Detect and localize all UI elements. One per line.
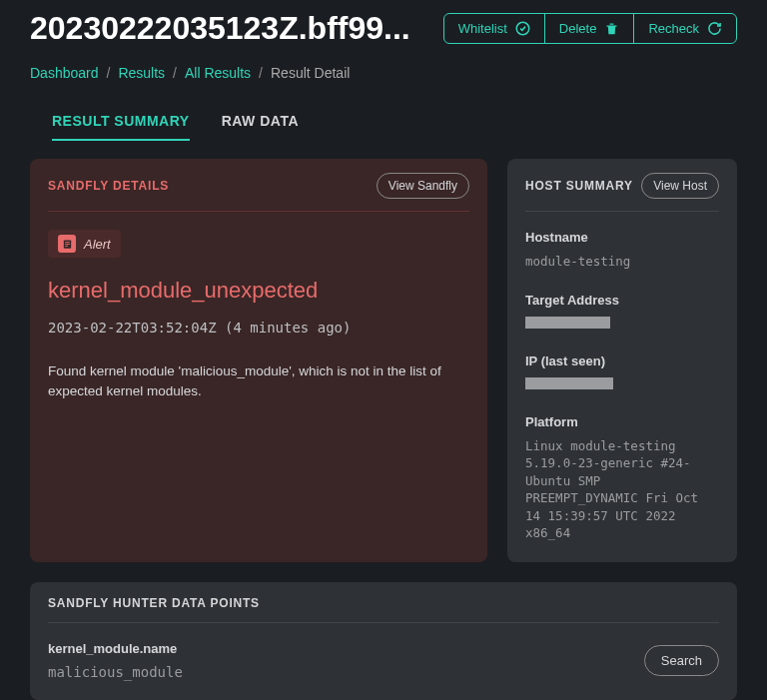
whitelist-label: Whitelist: [458, 21, 507, 36]
tabs: RESULT SUMMARY RAW DATA: [30, 113, 737, 141]
tab-raw-data[interactable]: RAW DATA: [222, 113, 299, 141]
sandfly-timestamp: 2023-02-22T03:52:04Z (4 minutes ago): [48, 320, 469, 336]
breadcrumb-results[interactable]: Results: [118, 65, 165, 81]
view-host-button[interactable]: View Host: [641, 173, 719, 199]
platform-label: Platform: [525, 414, 719, 429]
ip-value: [525, 376, 719, 392]
sandfly-details-title: SANDFLY DETAILS: [48, 179, 169, 193]
breadcrumb-all-results[interactable]: All Results: [185, 65, 251, 81]
sandfly-description: Found kernel module 'malicious_module', …: [48, 361, 469, 402]
hunter-title: SANDFLY HUNTER DATA POINTS: [48, 596, 719, 623]
hunter-key: kernel_module.name: [48, 641, 183, 656]
whitelist-button[interactable]: Whitelist: [444, 14, 545, 43]
target-address-value: [525, 316, 719, 332]
view-sandfly-button[interactable]: View Sandfly: [377, 173, 469, 199]
host-summary-panel: HOST SUMMARY View Host Hostname module-t…: [507, 159, 737, 562]
redacted-bar: [525, 377, 613, 389]
svg-rect-2: [65, 242, 70, 243]
hostname-label: Hostname: [525, 230, 719, 245]
breadcrumb-dashboard[interactable]: Dashboard: [30, 65, 99, 81]
delete-button[interactable]: Delete: [545, 14, 635, 43]
breadcrumb-separator: /: [173, 65, 177, 81]
alert-label: Alert: [84, 237, 111, 252]
page-title: 20230222035123Z.bff99...: [30, 10, 410, 47]
host-summary-title: HOST SUMMARY: [525, 179, 633, 193]
target-address-label: Target Address: [525, 293, 719, 308]
breadcrumb: Dashboard / Results / All Results / Resu…: [30, 65, 737, 81]
alert-icon: [58, 235, 76, 253]
tab-result-summary[interactable]: RESULT SUMMARY: [52, 113, 190, 141]
sandfly-name: kernel_module_unexpected: [48, 278, 469, 304]
action-button-group: Whitelist Delete Recheck: [443, 13, 737, 44]
trash-icon: [604, 21, 619, 36]
hostname-value: module-testing: [525, 253, 719, 271]
check-circle-icon: [515, 21, 530, 36]
breadcrumb-separator: /: [259, 65, 263, 81]
recheck-label: Recheck: [648, 21, 699, 36]
redacted-bar: [525, 317, 610, 329]
hunter-panel: SANDFLY HUNTER DATA POINTS kernel_module…: [30, 582, 737, 700]
breadcrumb-current: Result Detail: [271, 65, 350, 81]
delete-label: Delete: [559, 21, 597, 36]
ip-label: IP (last seen): [525, 353, 719, 368]
svg-rect-4: [65, 245, 68, 246]
svg-rect-3: [65, 244, 70, 245]
search-button[interactable]: Search: [644, 645, 719, 676]
platform-value: Linux module-testing 5.19.0-23-generic #…: [525, 437, 719, 542]
refresh-icon: [707, 21, 722, 36]
recheck-button[interactable]: Recheck: [634, 14, 736, 43]
breadcrumb-separator: /: [107, 65, 111, 81]
sandfly-details-panel: SANDFLY DETAILS View Sandfly Alert kerne…: [30, 159, 487, 562]
hunter-value: malicious_module: [48, 664, 183, 680]
alert-badge: Alert: [48, 230, 121, 258]
